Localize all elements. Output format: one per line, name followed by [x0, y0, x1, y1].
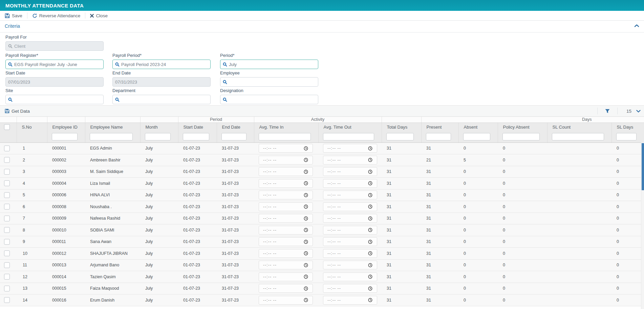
column-header-present[interactable]: Present: [421, 123, 458, 131]
filter-input-absent[interactable]: [463, 133, 490, 140]
cell-present: 31: [421, 224, 458, 236]
filter-input-employee_name[interactable]: [90, 133, 133, 140]
avg-time-out-field[interactable]: --:-- --: [323, 144, 377, 153]
payroll-period-input[interactable]: [112, 60, 211, 69]
column-header-time_out[interactable]: Avg. Time Out: [318, 123, 382, 131]
row-checkbox[interactable]: [4, 192, 10, 198]
close-button[interactable]: Close: [85, 11, 112, 20]
department-input[interactable]: [112, 95, 211, 104]
column-header-employee_id[interactable]: Employee ID: [47, 123, 85, 131]
cell-total_days: 31: [382, 271, 421, 283]
avg-time-out-field[interactable]: --:-- --: [323, 296, 377, 305]
cell-sno: 3: [17, 166, 47, 178]
avg-time-in-field[interactable]: --:-- --: [259, 284, 313, 293]
column-header-policy_absent[interactable]: Policy Absent: [498, 123, 547, 131]
column-header-employee_name[interactable]: Employee Name: [85, 123, 140, 131]
payroll-register-input[interactable]: [5, 60, 104, 69]
cell-sl_count: [547, 154, 611, 166]
filter-button[interactable]: [598, 109, 617, 113]
avg-time-out-field[interactable]: --:-- --: [323, 156, 377, 164]
avg-time-in-field[interactable]: --:-- --: [259, 249, 313, 258]
filter-input-employee_id[interactable]: [52, 133, 78, 140]
row-checkbox[interactable]: [4, 180, 10, 186]
designation-input[interactable]: [220, 95, 318, 104]
avg-time-in-field[interactable]: --:-- --: [259, 296, 313, 305]
row-checkbox[interactable]: [4, 286, 10, 291]
avg-time-out-field[interactable]: --:-- --: [323, 179, 377, 188]
column-header-sl_count[interactable]: SL Count: [547, 123, 611, 131]
row-checkbox[interactable]: [4, 146, 10, 151]
department-value[interactable]: [121, 97, 208, 102]
column-header-sl_days[interactable]: SL Days: [611, 123, 644, 131]
avg-time-out-field[interactable]: --:-- --: [323, 214, 377, 223]
search-icon: [115, 97, 120, 102]
avg-time-in-field[interactable]: --:-- --: [259, 144, 313, 153]
avg-time-out-field[interactable]: --:-- --: [323, 249, 377, 258]
save-button[interactable]: Save: [0, 11, 27, 20]
row-checkbox[interactable]: [4, 227, 10, 233]
filter-input-end_date[interactable]: [221, 133, 246, 140]
row-checkbox[interactable]: [4, 297, 10, 303]
page-size-select[interactable]: 15: [618, 109, 644, 114]
avg-time-out-field[interactable]: --:-- --: [323, 272, 377, 281]
avg-time-out-field[interactable]: --:-- --: [323, 191, 377, 199]
cell-time_in: --:-- --: [254, 213, 318, 224]
select-all-checkbox[interactable]: [4, 124, 10, 130]
filter-input-present[interactable]: [426, 133, 451, 140]
scrollbar-thumb[interactable]: [642, 143, 644, 190]
reverse-attendance-button[interactable]: Reverse Attendance: [27, 11, 85, 20]
row-checkbox[interactable]: [4, 250, 10, 256]
filter-input-start_date[interactable]: [183, 133, 209, 140]
avg-time-in-field[interactable]: --:-- --: [259, 237, 313, 246]
filter-input-month[interactable]: [145, 133, 171, 140]
site-value[interactable]: [14, 97, 101, 102]
avg-time-in-field[interactable]: --:-- --: [259, 226, 313, 235]
avg-time-in-field[interactable]: --:-- --: [259, 202, 313, 211]
avg-time-in-field[interactable]: --:-- --: [259, 156, 313, 164]
payroll-period-value[interactable]: [121, 62, 208, 67]
clock-icon: [303, 274, 308, 279]
row-checkbox[interactable]: [4, 216, 10, 221]
vertical-scrollbar[interactable]: [641, 142, 644, 309]
site-input[interactable]: [5, 95, 104, 104]
chevron-up-icon[interactable]: [634, 24, 639, 27]
row-checkbox[interactable]: [4, 157, 10, 163]
column-header-absent[interactable]: Absent: [458, 123, 498, 131]
designation-value[interactable]: [229, 97, 316, 102]
avg-time-out-field[interactable]: --:-- --: [323, 237, 377, 246]
column-header-time_in[interactable]: Avg. Time In: [254, 123, 318, 131]
filter-input-time_out[interactable]: [323, 133, 374, 140]
filter-input-sl_count[interactable]: [552, 133, 604, 140]
avg-time-out-field[interactable]: --:-- --: [323, 226, 377, 235]
employee-input[interactable]: [220, 77, 318, 87]
avg-time-out-field[interactable]: --:-- --: [323, 167, 377, 176]
column-header-start_date[interactable]: Start Date: [178, 123, 217, 131]
avg-time-in-field[interactable]: --:-- --: [259, 261, 313, 269]
avg-time-in-field[interactable]: --:-- --: [259, 191, 313, 199]
avg-time-in-field[interactable]: --:-- --: [259, 272, 313, 281]
filter-input-sl_days[interactable]: [616, 133, 637, 140]
period-value[interactable]: [229, 62, 316, 67]
avg-time-out-field[interactable]: --:-- --: [323, 261, 377, 269]
filter-input-time_in[interactable]: [259, 133, 311, 140]
row-checkbox[interactable]: [4, 204, 10, 209]
employee-value[interactable]: [229, 80, 316, 85]
column-header-total_days[interactable]: Total Days: [382, 123, 421, 131]
column-header-sno[interactable]: S.No: [17, 123, 47, 131]
row-checkbox[interactable]: [4, 262, 10, 268]
row-checkbox[interactable]: [4, 169, 10, 175]
column-header-end_date[interactable]: End Date: [217, 123, 254, 131]
avg-time-in-field[interactable]: --:-- --: [259, 179, 313, 188]
column-header-month[interactable]: Month: [140, 123, 178, 131]
avg-time-out-field[interactable]: --:-- --: [323, 202, 377, 211]
row-checkbox[interactable]: [4, 274, 10, 280]
filter-input-policy_absent[interactable]: [502, 133, 540, 140]
payroll-register-value[interactable]: [14, 62, 101, 67]
avg-time-in-field[interactable]: --:-- --: [259, 214, 313, 223]
avg-time-out-field[interactable]: --:-- --: [323, 284, 377, 293]
period-input[interactable]: [220, 60, 318, 69]
get-data-button[interactable]: Get Data: [5, 109, 30, 114]
row-checkbox[interactable]: [4, 239, 10, 245]
avg-time-in-field[interactable]: --:-- --: [259, 167, 313, 176]
filter-input-total_days[interactable]: [386, 133, 414, 140]
